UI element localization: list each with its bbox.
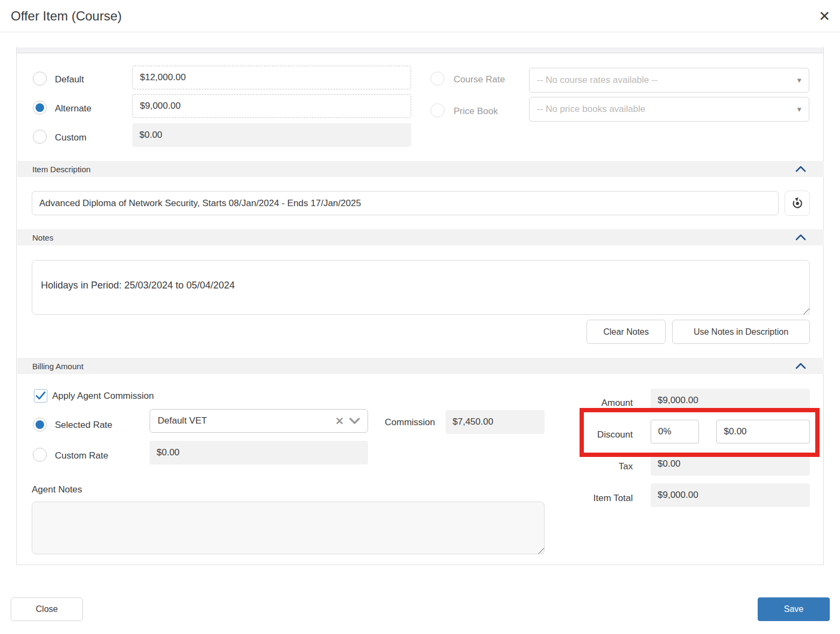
custom-rate-label: Custom Rate [55, 450, 108, 461]
notes-header: Notes [17, 229, 824, 245]
clear-selection-icon[interactable]: ✕ [335, 415, 344, 427]
chevron-down-icon: ▾ [797, 75, 801, 85]
billing-amount-header: Billing Amount [17, 358, 824, 374]
selected-rate-select[interactable]: Default VET ✕ [150, 409, 368, 433]
item-description-title: Item Description [32, 165, 90, 174]
close-button-label: Close [36, 604, 58, 614]
tax-input [651, 452, 810, 476]
radio-course-rate[interactable] [430, 72, 444, 86]
page-title: Offer Item (Course) [11, 9, 122, 24]
radio-custom-price[interactable] [33, 130, 47, 144]
custom-price-input [132, 123, 411, 147]
chevron-down-icon [349, 417, 360, 425]
alternate-price-input[interactable] [132, 94, 411, 118]
course-rate-label: Course Rate [454, 74, 505, 85]
collapse-chevron-icon[interactable] [795, 233, 807, 244]
restore-description-icon[interactable] [785, 191, 810, 216]
save-button[interactable]: Save [758, 597, 830, 621]
custom-rate-input [150, 441, 368, 464]
selected-rate-label: Selected Rate [55, 420, 112, 431]
clear-notes-label: Clear Notes [603, 327, 648, 337]
billing-amount-title: Billing Amount [32, 362, 83, 371]
radio-alternate-price[interactable] [33, 101, 47, 115]
radio-default-price[interactable] [33, 72, 47, 86]
notes-title: Notes [32, 233, 53, 242]
collapse-chevron-icon[interactable] [795, 164, 807, 175]
use-notes-in-description-button[interactable]: Use Notes in Description [672, 320, 810, 344]
amount-input [651, 389, 810, 412]
clear-notes-button[interactable]: Clear Notes [587, 320, 666, 344]
radio-custom-rate[interactable] [33, 448, 47, 462]
radio-custom-label: Custom [55, 132, 87, 143]
price-book-select[interactable]: -- No price books available ▾ [529, 97, 809, 122]
apply-agent-commission-label: Apply Agent Commission [52, 391, 154, 401]
apply-agent-commission-checkbox[interactable] [34, 389, 47, 403]
collapse-chevron-icon[interactable] [795, 361, 807, 372]
close-button[interactable]: Close [11, 597, 83, 621]
price-book-label: Price Book [454, 106, 498, 117]
close-icon[interactable]: ✕ [818, 6, 830, 26]
collapsed-section-strip [17, 47, 823, 53]
item-total-label: Item Total [576, 493, 633, 504]
amount-label: Amount [576, 398, 633, 408]
discount-amount-input[interactable] [716, 420, 810, 443]
radio-alternate-label: Alternate [55, 103, 91, 114]
modal-titlebar: Offer Item (Course) ✕ [0, 0, 840, 32]
save-button-label: Save [784, 604, 803, 614]
item-description-header: Item Description [17, 161, 824, 177]
item-description-input[interactable] [32, 191, 779, 215]
course-rate-placeholder: -- No course rates available -- [537, 75, 793, 86]
item-total-input [651, 483, 810, 507]
default-price-input[interactable] [132, 66, 411, 89]
selected-rate-value: Default VET [158, 415, 335, 426]
commission-input [446, 410, 545, 434]
discount-label: Discount [576, 429, 633, 440]
radio-default-label: Default [55, 74, 84, 85]
chevron-down-icon: ▾ [797, 104, 801, 114]
discount-percent-input[interactable] [651, 420, 699, 443]
radio-selected-rate[interactable] [33, 418, 47, 432]
commission-label: Commission [385, 417, 443, 428]
use-notes-label: Use Notes in Description [694, 327, 788, 337]
notes-textarea[interactable]: Holidays in Period: 25/03/2024 to 05/04/… [32, 260, 810, 315]
agent-notes-textarea[interactable] [32, 502, 545, 554]
radio-price-book[interactable] [430, 103, 444, 117]
course-rate-select[interactable]: -- No course rates available -- ▾ [529, 68, 809, 93]
agent-notes-label: Agent Notes [32, 484, 82, 495]
offer-item-form: Default Alternate Custom Course Rate -- … [16, 47, 824, 565]
price-book-placeholder: -- No price books available [537, 104, 793, 115]
tax-label: Tax [576, 461, 633, 472]
